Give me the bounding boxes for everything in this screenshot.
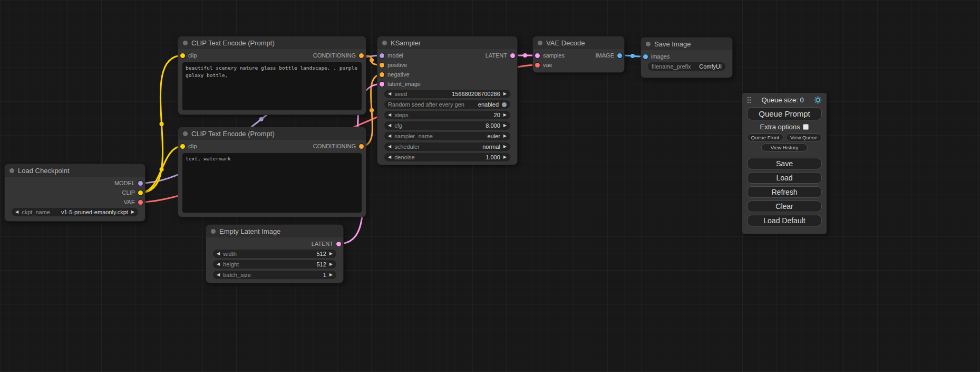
- prompt-textarea[interactable]: text, watermark: [182, 153, 362, 213]
- node-vae-decode[interactable]: VAE DecodesamplesIMAGEvae: [532, 36, 625, 73]
- decrement-arrow-icon[interactable]: ◀: [388, 134, 391, 138]
- view-history-button[interactable]: View History: [761, 144, 808, 151]
- batch-size-widget[interactable]: ◀batch_size1▶: [213, 271, 336, 279]
- height-widget[interactable]: ◀height512▶: [213, 260, 336, 269]
- increment-arrow-icon[interactable]: ▶: [503, 113, 507, 117]
- seed-widget[interactable]: ◀seed156680208700286▶: [384, 90, 510, 98]
- load-default-button[interactable]: Load Default: [747, 215, 822, 226]
- node-collapse-dot-icon[interactable]: [538, 41, 542, 45]
- output-port-CLIP[interactable]: [138, 190, 143, 195]
- link-midpoint-dot[interactable]: [523, 53, 527, 58]
- queue-prompt-button[interactable]: Queue Prompt: [747, 107, 822, 120]
- decrement-arrow-icon[interactable]: ◀: [388, 155, 391, 159]
- node-ksampler[interactable]: KSamplermodelLATENTpositivenegativelaten…: [377, 36, 518, 165]
- link-midpoint-dot[interactable]: [630, 54, 635, 58]
- node-collapse-dot-icon[interactable]: [382, 41, 387, 45]
- drag-handle-icon[interactable]: [747, 97, 751, 103]
- extra-options-checkbox[interactable]: [803, 124, 809, 130]
- random-seed-toggle-widget[interactable]: Random seed after every genenabled: [384, 100, 510, 109]
- cfg-widget[interactable]: ◀cfg8.000▶: [384, 121, 510, 130]
- clear-button[interactable]: Clear: [747, 201, 822, 212]
- refresh-button[interactable]: Refresh: [747, 186, 822, 198]
- node-save-image[interactable]: Save Imageimagesfilename_prefixComfyUI: [641, 37, 733, 78]
- widget-value: euler: [487, 133, 500, 139]
- node-collapse-dot-icon[interactable]: [646, 42, 651, 46]
- output-port-LATENT[interactable]: [510, 53, 515, 58]
- node-collapse-dot-icon[interactable]: [183, 131, 188, 136]
- input-port-samples[interactable]: [535, 53, 540, 58]
- settings-gear-icon[interactable]: [814, 96, 822, 104]
- node-clip-text-encode-negative[interactable]: CLIP Text Encode (Prompt)clipCONDITIONIN…: [178, 127, 366, 217]
- increment-arrow-icon[interactable]: ▶: [329, 262, 333, 266]
- input-slot-label: clip: [188, 52, 197, 59]
- queue-front-button[interactable]: Queue Front: [747, 133, 783, 141]
- decrement-arrow-icon[interactable]: ◀: [217, 252, 220, 256]
- input-port-clip[interactable]: [180, 144, 185, 149]
- link-midpoint-dot[interactable]: [259, 117, 264, 121]
- link-midpoint-dot[interactable]: [370, 58, 374, 62]
- input-port-positive[interactable]: [380, 63, 384, 68]
- link-wire-clip[interactable]: [141, 55, 183, 193]
- scheduler-widget[interactable]: ◀schedulernormal▶: [384, 142, 510, 151]
- input-port-vae[interactable]: [535, 63, 540, 68]
- output-slot: CLIP: [122, 189, 143, 196]
- node-collapse-dot-icon[interactable]: [183, 41, 188, 45]
- sampler-name-widget[interactable]: ◀sampler_nameeuler▶: [384, 132, 510, 140]
- decrement-arrow-icon[interactable]: ◀: [388, 92, 391, 96]
- link-wire-clip[interactable]: [141, 146, 183, 193]
- decrement-arrow-icon[interactable]: ◀: [388, 113, 391, 117]
- load-button[interactable]: Load: [747, 172, 822, 184]
- node-load-checkpoint[interactable]: Load CheckpointMODELCLIPVAE◀ckpt_namev1-…: [4, 164, 145, 222]
- increment-arrow-icon[interactable]: ▶: [503, 92, 507, 96]
- decrement-arrow-icon[interactable]: ◀: [388, 123, 391, 128]
- output-port-VAE[interactable]: [138, 200, 143, 205]
- save-button[interactable]: Save: [747, 158, 822, 169]
- input-port-negative[interactable]: [380, 72, 384, 77]
- output-slot-label: CONDITIONING: [313, 143, 356, 149]
- node-collapse-dot-icon[interactable]: [9, 168, 14, 173]
- input-port-latent_image[interactable]: [380, 82, 384, 87]
- decrement-arrow-icon[interactable]: ◀: [217, 262, 220, 266]
- output-port-MODEL[interactable]: [138, 181, 143, 186]
- node-collapse-dot-icon[interactable]: [211, 229, 216, 234]
- input-slot: negative: [380, 71, 410, 78]
- input-slot-label: latent_image: [387, 81, 421, 87]
- view-queue-button[interactable]: View Queue: [786, 133, 822, 141]
- increment-arrow-icon[interactable]: ▶: [503, 145, 507, 149]
- increment-arrow-icon[interactable]: ▶: [503, 134, 507, 138]
- increment-arrow-icon[interactable]: ▶: [503, 155, 507, 159]
- link-midpoint-dot[interactable]: [370, 108, 374, 112]
- prompt-textarea[interactable]: beautiful scenery nature glass bottle la…: [182, 62, 362, 110]
- toggle-dot-icon[interactable]: [502, 102, 507, 107]
- output-port-CONDITIONING[interactable]: [359, 53, 364, 58]
- increment-arrow-icon[interactable]: ▶: [329, 252, 333, 256]
- graph-canvas[interactable]: Queue size: 0 Queue Prompt Extra options…: [0, 0, 980, 372]
- input-port-clip[interactable]: [180, 53, 185, 58]
- increment-arrow-icon[interactable]: ▶: [131, 210, 134, 214]
- input-port-model[interactable]: [380, 53, 384, 58]
- node-slots: images: [641, 52, 732, 61]
- node-empty-latent-image[interactable]: Empty Latent ImageLATENT◀width512▶◀heigh…: [206, 224, 344, 283]
- slot-row: positive: [377, 60, 517, 70]
- decrement-arrow-icon[interactable]: ◀: [15, 210, 18, 214]
- ckpt-name-widget[interactable]: ◀ckpt_namev1-5-pruned-emaonly.ckpt▶: [12, 208, 138, 216]
- increment-arrow-icon[interactable]: ▶: [329, 273, 333, 277]
- link-midpoint-dot[interactable]: [160, 122, 164, 126]
- output-port-LATENT[interactable]: [336, 242, 341, 246]
- decrement-arrow-icon[interactable]: ◀: [388, 145, 391, 149]
- slot-row: vae: [533, 60, 624, 70]
- decrement-arrow-icon[interactable]: ◀: [217, 273, 220, 277]
- denoise-widget[interactable]: ◀denoise1.000▶: [384, 153, 510, 161]
- width-widget[interactable]: ◀width512▶: [213, 250, 336, 258]
- output-slot-label: MODEL: [114, 180, 135, 186]
- node-clip-text-encode-positive[interactable]: CLIP Text Encode (Prompt)clipCONDITIONIN…: [178, 36, 366, 115]
- input-slot-label: negative: [387, 71, 410, 78]
- link-midpoint-dot[interactable]: [160, 167, 164, 171]
- output-port-CONDITIONING[interactable]: [359, 144, 364, 149]
- increment-arrow-icon[interactable]: ▶: [503, 123, 507, 128]
- steps-widget[interactable]: ◀steps20▶: [384, 111, 510, 119]
- input-port-images[interactable]: [643, 54, 648, 59]
- output-port-IMAGE[interactable]: [617, 53, 622, 58]
- node-title-label: Load Checkpoint: [18, 167, 70, 175]
- filename-prefix-widget[interactable]: filename_prefixComfyUI: [648, 62, 725, 71]
